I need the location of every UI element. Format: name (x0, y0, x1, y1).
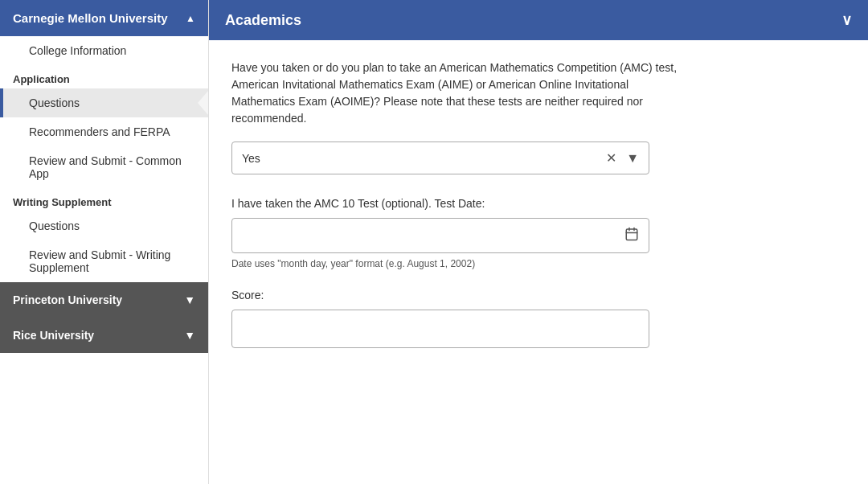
sidebar-university-name: Carnegie Mellon University (13, 11, 168, 25)
sidebar-item-recommenders-ferpa[interactable]: Recommenders and FERPA (0, 117, 208, 146)
sidebar-section-application: Application (0, 65, 208, 88)
dropdown-selected-value: Yes (242, 152, 260, 165)
main-content: Have you taken or do you plan to take an… (209, 40, 868, 484)
calendar-icon[interactable] (624, 227, 639, 244)
sidebar-rice-chevron-icon: ▼ (184, 329, 195, 342)
sidebar-university-header[interactable]: Carnegie Mellon University ▲ (0, 0, 208, 36)
main-title: Academics (225, 12, 301, 29)
dropdown-arrow-icon[interactable]: ▼ (626, 151, 639, 166)
sidebar-item-questions[interactable]: Questions (0, 88, 208, 117)
dropdown-controls: ✕ ▼ (606, 150, 639, 166)
sidebar-princeton-name: Princeton University (13, 293, 122, 306)
sidebar-item-princeton[interactable]: Princeton University ▼ (0, 282, 208, 318)
main-header: Academics ∨ (209, 0, 868, 40)
main-panel: Academics ∨ Have you taken or do you pla… (209, 0, 868, 484)
date-input-container (231, 218, 649, 253)
sidebar-item-review-submit-common[interactable]: Review and Submit - Common App (0, 146, 208, 188)
sidebar-item-review-submit-writing[interactable]: Review and Submit - Writing Supplement (0, 240, 208, 282)
score-input[interactable] (231, 310, 649, 348)
sidebar: Carnegie Mellon University ▲ College Inf… (0, 0, 209, 484)
sidebar-rice-name: Rice University (13, 329, 94, 342)
sidebar-item-college-information[interactable]: College Information (0, 36, 208, 65)
question1-text: Have you taken or do you plan to take an… (231, 59, 682, 127)
sidebar-chevron-up-icon: ▲ (186, 13, 195, 24)
date-hint: Date uses "month day, year" format (e.g.… (231, 258, 845, 269)
question2-label: I have taken the AMC 10 Test (optional).… (231, 197, 845, 210)
sidebar-princeton-chevron-icon: ▼ (184, 293, 195, 306)
score-label: Score: (231, 289, 845, 301)
date-input[interactable] (242, 229, 624, 242)
dropdown-clear-icon[interactable]: ✕ (606, 150, 616, 166)
main-header-chevron-icon[interactable]: ∨ (841, 11, 852, 29)
sidebar-item-rice[interactable]: Rice University ▼ (0, 318, 208, 353)
sidebar-section-writing-supplement: Writing Supplement (0, 188, 208, 211)
sidebar-item-questions-writing[interactable]: Questions (0, 211, 208, 240)
svg-rect-0 (626, 229, 637, 240)
amc-dropdown[interactable]: Yes ✕ ▼ (231, 142, 649, 174)
